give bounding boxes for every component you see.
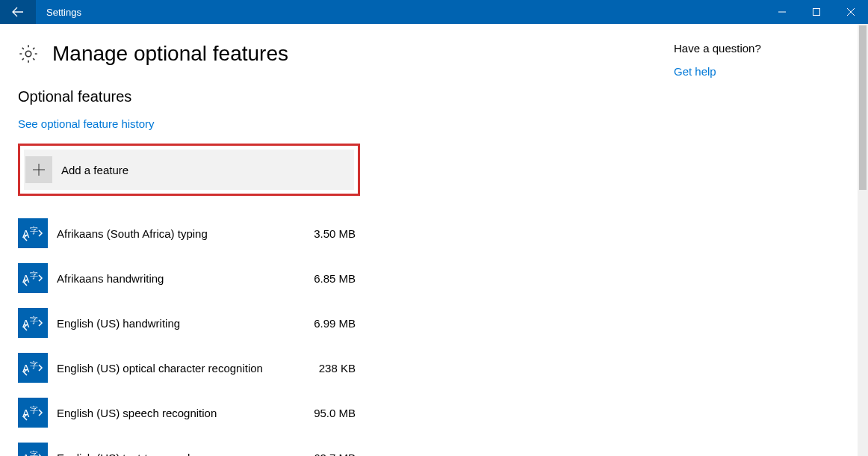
svg-text:字: 字: [30, 226, 38, 235]
svg-text:A: A: [22, 452, 30, 456]
close-button[interactable]: [834, 0, 868, 24]
svg-text:字: 字: [30, 360, 38, 369]
svg-text:字: 字: [30, 450, 38, 456]
svg-rect-0: [813, 9, 820, 16]
feature-name: English (US) speech recognition: [57, 407, 300, 419]
add-feature-button[interactable]: Add a feature: [24, 150, 354, 190]
maximize-icon: [813, 8, 820, 16]
feature-size: 6.99 MB: [300, 317, 360, 330]
feature-list: A 字 Afrikaans (South Africa) typing3.50 …: [18, 211, 360, 456]
section-title: Optional features: [18, 88, 674, 105]
language-icon: A 字: [18, 398, 48, 428]
language-icon: A 字: [18, 263, 48, 293]
language-icon: A 字: [18, 308, 48, 338]
back-button[interactable]: [0, 0, 36, 24]
feature-size: 3.50 MB: [300, 227, 360, 240]
arrow-left-icon: [12, 6, 24, 18]
gear-icon: [18, 43, 39, 64]
page-header: Manage optional features: [18, 42, 674, 66]
feature-row[interactable]: A 字 English (US) speech recognition95.0 …: [18, 390, 360, 435]
svg-text:A: A: [22, 318, 30, 330]
feature-size: 62.7 MB: [300, 452, 360, 457]
help-panel: Have a question? Get help: [674, 24, 868, 456]
minimize-button[interactable]: [765, 0, 799, 24]
window-title: Settings: [36, 7, 81, 18]
title-bar: Settings: [0, 0, 868, 24]
feature-size: 238 KB: [300, 362, 360, 375]
plus-icon: [25, 156, 52, 183]
maximize-button[interactable]: [799, 0, 834, 24]
feature-name: English (US) handwriting: [57, 317, 300, 330]
feature-row[interactable]: A 字 English (US) optical character recog…: [18, 345, 360, 390]
language-icon: A 字: [18, 353, 48, 383]
svg-text:字: 字: [30, 271, 38, 280]
feature-name: English (US) optical character recogniti…: [57, 362, 300, 375]
svg-text:A: A: [22, 273, 30, 285]
help-question: Have a question?: [674, 42, 850, 55]
scrollbar[interactable]: [858, 24, 868, 456]
svg-text:字: 字: [30, 405, 38, 414]
svg-point-1: [25, 51, 31, 56]
feature-name: Afrikaans handwriting: [57, 272, 300, 285]
feature-size: 6.85 MB: [300, 272, 360, 285]
feature-row[interactable]: A 字 English (US) handwriting6.99 MB: [18, 301, 360, 345]
feature-row[interactable]: A 字 Afrikaans handwriting6.85 MB: [18, 256, 360, 301]
feature-row[interactable]: A 字 English (US) text-to-speech62.7 MB: [18, 435, 360, 456]
get-help-link[interactable]: Get help: [674, 65, 716, 78]
svg-text:字: 字: [30, 315, 38, 324]
minimize-icon: [778, 8, 786, 16]
language-icon: A 字: [18, 443, 48, 456]
feature-row[interactable]: A 字 Afrikaans (South Africa) typing3.50 …: [18, 211, 360, 256]
svg-text:A: A: [22, 363, 30, 375]
add-feature-label: Add a feature: [61, 164, 128, 176]
page-title: Manage optional features: [52, 42, 288, 66]
feature-name: Afrikaans (South Africa) typing: [57, 227, 300, 240]
add-feature-highlight: Add a feature: [18, 144, 360, 196]
window-controls: [765, 0, 868, 24]
close-icon: [847, 8, 855, 16]
svg-text:A: A: [22, 407, 30, 419]
feature-name: English (US) text-to-speech: [57, 452, 300, 457]
history-link[interactable]: See optional feature history: [18, 117, 155, 130]
language-icon: A 字: [18, 218, 48, 248]
feature-size: 95.0 MB: [300, 407, 360, 419]
scrollbar-thumb[interactable]: [859, 25, 867, 190]
svg-text:A: A: [22, 228, 30, 240]
